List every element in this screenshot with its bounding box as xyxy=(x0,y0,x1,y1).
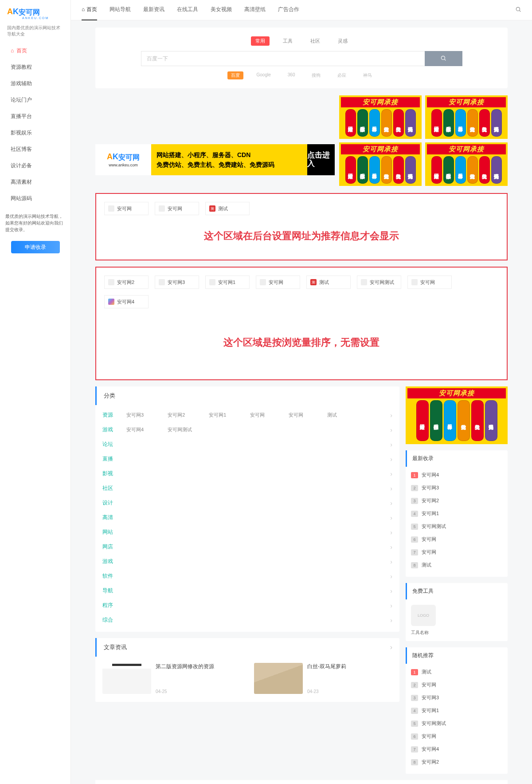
top-nav-item[interactable]: 网站导航 xyxy=(110,0,131,20)
rank-item[interactable]: 4安可网1 xyxy=(411,507,502,520)
sidebar-item[interactable]: 社区博客 xyxy=(0,141,70,158)
rank-item[interactable]: 2安可网3 xyxy=(411,481,502,494)
search-engine[interactable]: Google xyxy=(253,71,274,79)
rank-item[interactable]: 3安可网2 xyxy=(411,494,502,507)
category-name[interactable]: 高清 xyxy=(102,514,126,521)
ad-tile[interactable]: 安可网承接网站搭建微信小程序云服务器免费仿站免费主机免费源码 xyxy=(425,95,508,139)
chevron-right-icon[interactable]: › xyxy=(390,456,392,463)
tool-icon[interactable]: LOGO xyxy=(411,605,436,626)
apply-button[interactable]: 申请收录 xyxy=(11,241,60,253)
search-tab[interactable]: 常用 xyxy=(251,36,270,46)
chevron-right-icon[interactable]: › xyxy=(390,500,392,507)
chevron-right-icon[interactable]: › xyxy=(390,558,392,565)
chevron-right-icon[interactable]: › xyxy=(390,602,392,609)
logo[interactable]: AK安可网 ANKEU.COM xyxy=(0,7,70,23)
sidebar-item[interactable]: 论坛门户 xyxy=(0,92,70,108)
sidebar-ad[interactable]: 安可网承接 网站搭建微信小程序云服务器免费仿站免费主机免费源码 xyxy=(406,386,508,444)
top-nav-item[interactable]: 在线工具 xyxy=(177,0,198,20)
site-chip[interactable]: 测测试 xyxy=(205,202,250,215)
sidebar-item[interactable]: 高清素材 xyxy=(0,174,70,190)
category-name[interactable]: 游戏 xyxy=(102,558,126,565)
category-name[interactable]: 游戏 xyxy=(102,426,126,433)
site-chip[interactable]: 安可网4 xyxy=(104,295,149,308)
chevron-right-icon[interactable]: › xyxy=(390,470,392,477)
category-name[interactable]: 网店 xyxy=(102,543,126,551)
site-chip[interactable]: 安可网2 xyxy=(104,276,149,289)
search-tab[interactable]: 灵感 xyxy=(333,36,352,46)
category-name[interactable]: 论坛 xyxy=(102,441,126,448)
ad-tile[interactable]: 安可网承接网站搭建微信小程序云服务器免费仿站免费主机免费源码 xyxy=(339,95,422,139)
search-engine[interactable]: 搜狗 xyxy=(308,71,324,79)
top-nav-item[interactable]: 高清壁纸 xyxy=(244,0,266,20)
category-sub[interactable]: 安可网4 xyxy=(126,426,144,433)
rank-item[interactable]: 7安可网 xyxy=(411,546,502,559)
article-item[interactable]: 白丝-双马尾萝莉04-23 xyxy=(254,663,392,694)
rank-item[interactable]: 1安可网4 xyxy=(411,469,502,481)
sidebar-item[interactable]: 资源教程 xyxy=(0,59,70,75)
category-name[interactable]: 综合 xyxy=(102,616,126,624)
search-icon[interactable] xyxy=(515,6,521,14)
rank-item[interactable]: 7安可网4 xyxy=(411,743,502,756)
site-chip[interactable]: 安可网 xyxy=(104,202,149,215)
category-name[interactable]: 导航 xyxy=(102,587,126,595)
category-name[interactable]: 直播 xyxy=(102,455,126,463)
site-chip[interactable]: 安可网3 xyxy=(155,276,199,289)
rank-item[interactable]: 3安可网3 xyxy=(411,691,502,704)
article-item[interactable]: 第二版资源网修改的资源04-25 xyxy=(102,663,241,694)
sidebar-item[interactable]: 首页 xyxy=(0,43,70,59)
category-name[interactable]: 设计 xyxy=(102,499,126,507)
chevron-right-icon[interactable]: › xyxy=(390,544,392,551)
sidebar-item[interactable]: 影视娱乐 xyxy=(0,125,70,141)
search-button[interactable] xyxy=(425,51,462,66)
chevron-right-icon[interactable]: › xyxy=(390,441,392,448)
category-sub[interactable]: 安可网测试 xyxy=(168,426,192,433)
chevron-right-icon[interactable]: › xyxy=(390,514,392,521)
category-name[interactable]: 网站 xyxy=(102,528,126,536)
sidebar-item[interactable]: 设计必备 xyxy=(0,158,70,174)
top-nav-item[interactable]: 首页 xyxy=(82,0,97,20)
search-tab[interactable]: 社区 xyxy=(306,36,325,46)
category-sub[interactable]: 安可网1 xyxy=(209,412,226,418)
sidebar-item[interactable]: 网站源码 xyxy=(0,190,70,207)
chevron-right-icon[interactable]: › xyxy=(390,485,392,492)
ad-tile[interactable]: 安可网承接网站搭建微信小程序云服务器免费仿站免费主机免费源码 xyxy=(339,142,422,186)
category-sub[interactable]: 安可网 xyxy=(250,412,265,418)
chevron-right-icon[interactable]: › xyxy=(390,617,392,624)
main-banner[interactable]: AK安可网 www.ankeu.com 网站搭建、小程序、服务器、CDN 免费仿… xyxy=(95,144,335,175)
search-engine[interactable]: 神马 xyxy=(360,71,376,79)
rank-item[interactable]: 2安可网 xyxy=(411,678,502,691)
sidebar-item[interactable]: 游戏辅助 xyxy=(0,75,70,92)
category-sub[interactable]: 安可网3 xyxy=(126,412,144,418)
rank-item[interactable]: 4安可网1 xyxy=(411,704,502,717)
search-engine[interactable]: 百度 xyxy=(227,71,243,79)
site-chip[interactable]: 安可网测试 xyxy=(357,276,401,289)
category-name[interactable]: 影视 xyxy=(102,470,126,477)
chevron-right-icon[interactable]: › xyxy=(390,426,392,433)
site-chip[interactable]: 安可网 xyxy=(407,276,452,289)
rank-item[interactable]: 5安可网测试 xyxy=(411,717,502,730)
category-name[interactable]: 软件 xyxy=(102,572,126,580)
chevron-right-icon[interactable]: › xyxy=(390,412,392,419)
rank-item[interactable]: 6安可网 xyxy=(411,730,502,743)
site-chip[interactable]: 安可网 xyxy=(256,276,300,289)
site-chip[interactable]: 安可网1 xyxy=(205,276,250,289)
banner-click[interactable]: 点击进入 xyxy=(307,144,335,175)
rank-item[interactable]: 8测试 xyxy=(411,559,502,571)
search-engine[interactable]: 360 xyxy=(284,71,299,79)
site-chip[interactable]: 安可网 xyxy=(155,202,199,215)
top-nav-item[interactable]: 广告合作 xyxy=(278,0,299,20)
rank-item[interactable]: 8安可网2 xyxy=(411,756,502,768)
search-tab[interactable]: 工具 xyxy=(278,36,297,46)
top-nav-item[interactable]: 美女视频 xyxy=(211,0,232,20)
chevron-right-icon[interactable]: › xyxy=(390,573,392,580)
rank-item[interactable]: 5安可网测试 xyxy=(411,520,502,533)
search-engine[interactable]: 必应 xyxy=(334,71,350,79)
rank-item[interactable]: 6安可网 xyxy=(411,533,502,546)
category-name[interactable]: 资源 xyxy=(102,411,126,419)
articles-more-icon[interactable]: › xyxy=(390,643,392,651)
chevron-right-icon[interactable]: › xyxy=(390,529,392,536)
category-sub[interactable]: 安可网2 xyxy=(168,412,185,418)
rank-item[interactable]: 1测试 xyxy=(411,666,502,678)
sidebar-item[interactable]: 直播平台 xyxy=(0,108,70,125)
category-sub[interactable]: 安可网 xyxy=(289,412,303,418)
